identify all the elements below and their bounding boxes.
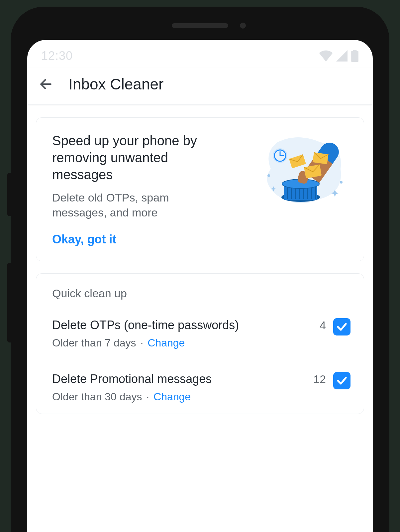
volume-button [7, 173, 11, 216]
row-age: Older than 7 days [52, 337, 136, 349]
cleanup-row-otps[interactable]: Delete OTPs (one-time passwords) Older t… [36, 306, 364, 360]
promo-subtitle: Delete old OTPs, spam messages, and more [52, 190, 192, 221]
cleanup-section-title: Quick clean up [36, 274, 364, 306]
wifi-icon [319, 50, 333, 62]
status-time: 12:30 [41, 49, 73, 63]
promo-card: Speed up your phone by removing unwanted… [36, 117, 364, 261]
app-bar: Inbox Cleaner [27, 68, 373, 105]
check-icon [336, 321, 348, 333]
svg-point-16 [340, 181, 343, 184]
status-bar: 12:30 [27, 40, 373, 68]
status-icons [319, 50, 359, 62]
row-title: Delete Promotional messages [52, 372, 306, 386]
back-button[interactable] [37, 75, 54, 93]
promo-text: Speed up your phone by removing unwanted… [52, 132, 253, 246]
speaker-grille [172, 23, 228, 28]
promo-title: Speed up your phone by removing unwanted… [52, 132, 212, 184]
row-title: Delete OTPs (one-time passwords) [52, 318, 312, 332]
content-area: Speed up your phone by removing unwanted… [27, 105, 373, 414]
battery-icon [351, 50, 359, 62]
svg-point-15 [267, 174, 270, 177]
phone-frame: 12:30 Inbox Cleaner Speed up your phone … [11, 7, 389, 532]
change-link[interactable]: Change [153, 391, 191, 403]
power-button [7, 263, 11, 342]
change-link[interactable]: Change [148, 337, 185, 349]
row-subtitle: Older than 7 days · Change [52, 337, 312, 349]
row-age: Older than 30 days [52, 391, 142, 403]
check-icon [336, 375, 348, 387]
row-count: 12 [313, 372, 326, 386]
svg-rect-0 [351, 51, 358, 62]
promo-illustration [257, 132, 350, 212]
page-title: Inbox Cleaner [68, 75, 163, 93]
arrow-left-icon [39, 77, 53, 91]
signal-icon [336, 50, 348, 62]
front-camera [240, 23, 246, 29]
row-count: 4 [320, 318, 326, 332]
checkbox-otps[interactable] [333, 318, 350, 335]
row-subtitle: Older than 30 days · Change [52, 391, 306, 403]
cleanup-row-promos[interactable]: Delete Promotional messages Older than 3… [36, 360, 364, 414]
promo-cta-link[interactable]: Okay, got it [52, 232, 253, 246]
svg-rect-1 [353, 50, 357, 52]
checkbox-promos[interactable] [333, 372, 350, 389]
screen: 12:30 Inbox Cleaner Speed up your phone … [27, 40, 373, 532]
cleanup-card: Quick clean up Delete OTPs (one-time pas… [36, 273, 364, 414]
